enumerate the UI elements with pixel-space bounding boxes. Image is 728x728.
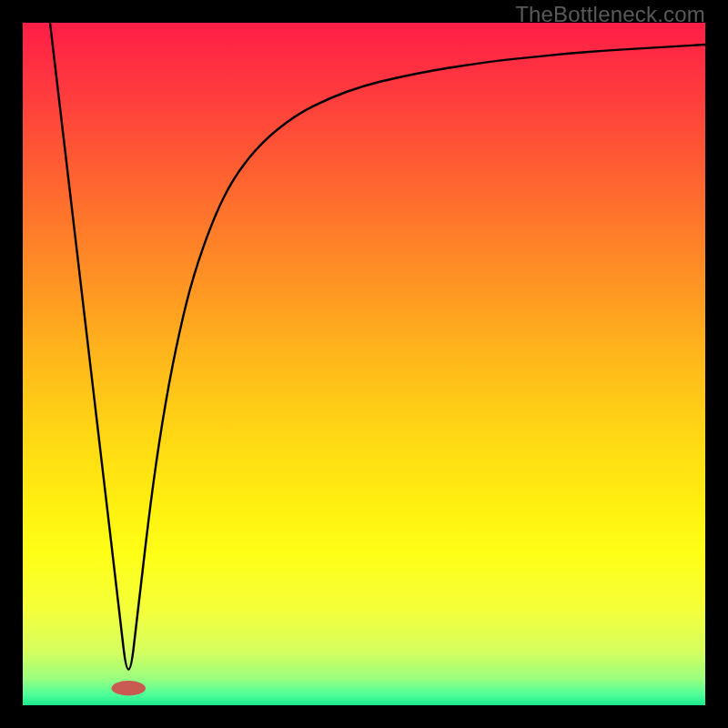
gradient-background — [23, 23, 705, 705]
optimal-point-marker — [112, 681, 147, 696]
bottleneck-chart — [23, 23, 705, 705]
plot-area — [23, 23, 705, 705]
chart-frame: TheBottleneck.com — [0, 0, 728, 728]
